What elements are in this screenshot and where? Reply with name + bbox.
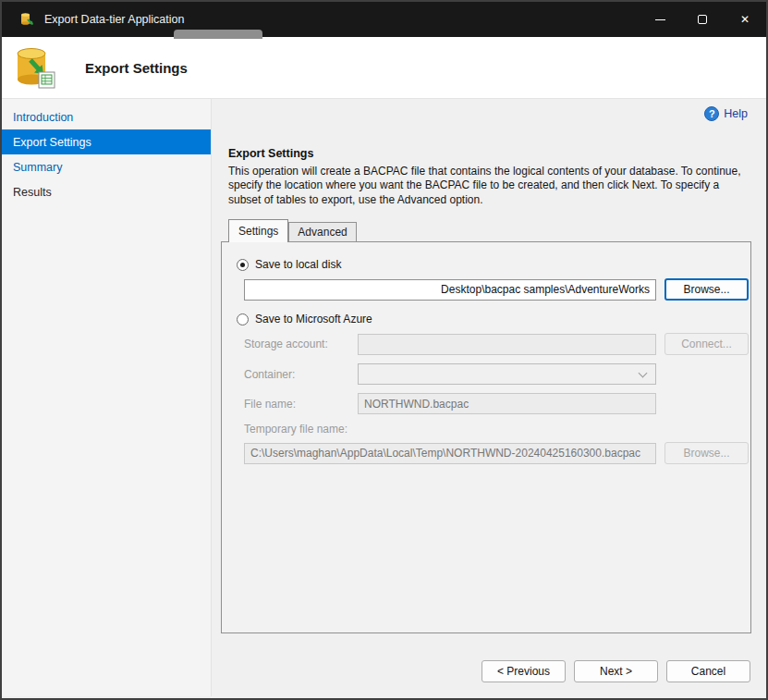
local-path-input[interactable] [244,279,656,301]
wizard-page-title: Export Settings [85,60,188,76]
wizard-content: ? Help Export Settings This operation wi… [212,99,766,696]
close-button[interactable]: ✕ [724,2,766,37]
titlebar[interactable]: Export Data-tier Application ✕ [2,2,766,37]
sidebar-item-summary[interactable]: Summary [2,154,211,179]
tab-settings[interactable]: Settings [228,219,288,242]
local-path-row: Browse... [244,278,749,301]
file-name-label: File name: [244,398,358,411]
file-name-row: File name: [244,393,749,414]
previous-button[interactable]: < Previous [482,660,566,682]
export-database-icon [15,45,57,90]
minimize-icon [655,19,665,20]
wizard-footer-buttons: < Previous Next > Cancel [482,660,750,682]
help-icon: ? [704,106,719,121]
container-label: Container: [244,368,358,381]
settings-tabstrip: Settings Advanced [228,219,751,242]
temp-file-name-label: Temporary file name: [244,423,749,436]
export-wizard-window: Export Data-tier Application ✕ Export Se… [0,0,768,700]
container-select [358,363,656,385]
save-azure-label: Save to Microsoft Azure [255,313,372,325]
wizard-steps-sidebar: Introduction Export Settings Summary Res… [2,99,212,696]
titlebar-artifact [174,30,262,39]
sidebar-item-export-settings[interactable]: Export Settings [2,129,211,154]
wizard-header: Export Settings [2,37,766,99]
storage-account-row: Storage account: Connect... [244,333,749,355]
container-row: Container: [244,363,749,385]
storage-account-label: Storage account: [244,338,358,350]
browse-temp-button: Browse... [664,442,749,464]
maximize-button[interactable] [681,2,724,37]
help-link[interactable]: ? Help [704,106,748,121]
maximize-icon [698,15,707,24]
radio-selected-icon [237,259,249,271]
sidebar-item-results[interactable]: Results [2,179,211,204]
temp-file-row: Browse... [244,442,749,464]
help-label: Help [724,107,748,120]
temp-file-input [244,443,656,464]
save-local-disk-label: Save to local disk [255,258,341,271]
caption-buttons: ✕ [639,2,766,37]
section-description: This operation will create a BACPAC file… [228,165,751,207]
minimize-button[interactable] [639,2,681,37]
app-export-icon [20,12,35,27]
tab-advanced[interactable]: Advanced [288,222,356,242]
file-name-input [358,393,656,414]
section-title: Export Settings [228,147,751,160]
save-local-disk-radio[interactable]: Save to local disk [237,258,341,271]
settings-tab-panel: Save to local disk Browse... Save to Mic… [221,241,751,633]
main-area: Introduction Export Settings Summary Res… [2,99,766,696]
window-title: Export Data-tier Application [44,13,184,26]
save-azure-radio[interactable]: Save to Microsoft Azure [237,313,372,325]
close-icon: ✕ [740,13,750,26]
radio-unselected-icon [237,313,249,325]
storage-account-input [358,334,656,355]
connect-button: Connect... [664,333,749,355]
sidebar-item-introduction[interactable]: Introduction [2,104,211,129]
browse-local-button[interactable]: Browse... [664,278,749,301]
cancel-button[interactable]: Cancel [666,660,750,682]
next-button[interactable]: Next > [574,660,658,682]
chevron-down-icon [639,369,648,378]
